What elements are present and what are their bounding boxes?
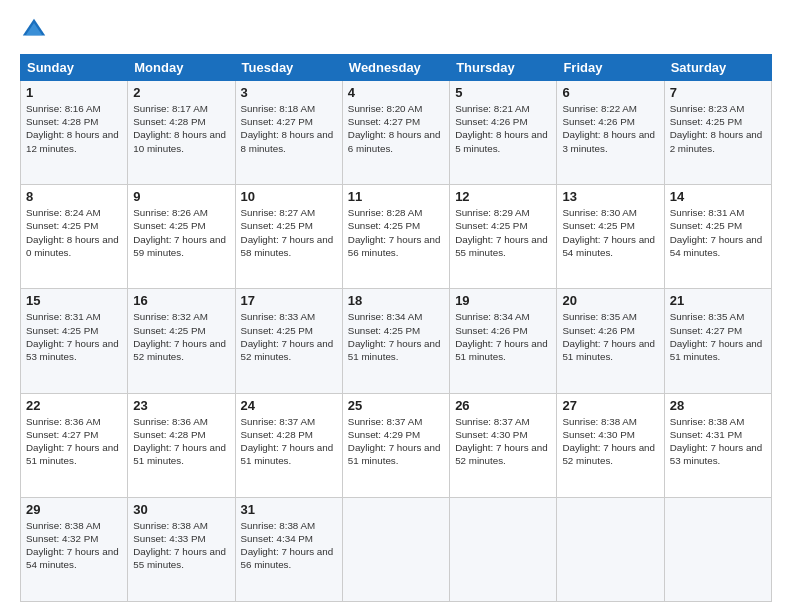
weekday-header-wednesday: Wednesday <box>342 55 449 81</box>
calendar-cell: 30Sunrise: 8:38 AMSunset: 4:33 PMDayligh… <box>128 497 235 601</box>
calendar-cell: 15Sunrise: 8:31 AMSunset: 4:25 PMDayligh… <box>21 289 128 393</box>
cell-info: Sunrise: 8:31 AMSunset: 4:25 PMDaylight:… <box>26 310 122 363</box>
cell-info: Sunrise: 8:18 AMSunset: 4:27 PMDaylight:… <box>241 102 337 155</box>
calendar-cell: 28Sunrise: 8:38 AMSunset: 4:31 PMDayligh… <box>664 393 771 497</box>
cell-info: Sunrise: 8:29 AMSunset: 4:25 PMDaylight:… <box>455 206 551 259</box>
calendar-cell: 12Sunrise: 8:29 AMSunset: 4:25 PMDayligh… <box>450 185 557 289</box>
calendar-cell: 27Sunrise: 8:38 AMSunset: 4:30 PMDayligh… <box>557 393 664 497</box>
calendar-cell: 24Sunrise: 8:37 AMSunset: 4:28 PMDayligh… <box>235 393 342 497</box>
day-number: 28 <box>670 398 766 413</box>
day-number: 13 <box>562 189 658 204</box>
cell-info: Sunrise: 8:38 AMSunset: 4:30 PMDaylight:… <box>562 415 658 468</box>
day-number: 27 <box>562 398 658 413</box>
cell-info: Sunrise: 8:38 AMSunset: 4:31 PMDaylight:… <box>670 415 766 468</box>
week-row-4: 22Sunrise: 8:36 AMSunset: 4:27 PMDayligh… <box>21 393 772 497</box>
calendar-cell: 9Sunrise: 8:26 AMSunset: 4:25 PMDaylight… <box>128 185 235 289</box>
day-number: 22 <box>26 398 122 413</box>
day-number: 10 <box>241 189 337 204</box>
cell-info: Sunrise: 8:26 AMSunset: 4:25 PMDaylight:… <box>133 206 229 259</box>
calendar-cell: 18Sunrise: 8:34 AMSunset: 4:25 PMDayligh… <box>342 289 449 393</box>
cell-info: Sunrise: 8:27 AMSunset: 4:25 PMDaylight:… <box>241 206 337 259</box>
calendar-cell <box>342 497 449 601</box>
calendar-cell: 13Sunrise: 8:30 AMSunset: 4:25 PMDayligh… <box>557 185 664 289</box>
day-number: 26 <box>455 398 551 413</box>
day-number: 5 <box>455 85 551 100</box>
day-number: 23 <box>133 398 229 413</box>
cell-info: Sunrise: 8:20 AMSunset: 4:27 PMDaylight:… <box>348 102 444 155</box>
weekday-header-monday: Monday <box>128 55 235 81</box>
day-number: 9 <box>133 189 229 204</box>
weekday-header-friday: Friday <box>557 55 664 81</box>
cell-info: Sunrise: 8:24 AMSunset: 4:25 PMDaylight:… <box>26 206 122 259</box>
cell-info: Sunrise: 8:22 AMSunset: 4:26 PMDaylight:… <box>562 102 658 155</box>
calendar-cell: 7Sunrise: 8:23 AMSunset: 4:25 PMDaylight… <box>664 81 771 185</box>
calendar-cell: 3Sunrise: 8:18 AMSunset: 4:27 PMDaylight… <box>235 81 342 185</box>
calendar-cell: 16Sunrise: 8:32 AMSunset: 4:25 PMDayligh… <box>128 289 235 393</box>
week-row-3: 15Sunrise: 8:31 AMSunset: 4:25 PMDayligh… <box>21 289 772 393</box>
cell-info: Sunrise: 8:38 AMSunset: 4:34 PMDaylight:… <box>241 519 337 572</box>
cell-info: Sunrise: 8:37 AMSunset: 4:30 PMDaylight:… <box>455 415 551 468</box>
cell-info: Sunrise: 8:35 AMSunset: 4:26 PMDaylight:… <box>562 310 658 363</box>
calendar-cell: 1Sunrise: 8:16 AMSunset: 4:28 PMDaylight… <box>21 81 128 185</box>
calendar-cell: 6Sunrise: 8:22 AMSunset: 4:26 PMDaylight… <box>557 81 664 185</box>
day-number: 14 <box>670 189 766 204</box>
calendar-cell <box>557 497 664 601</box>
weekday-header-saturday: Saturday <box>664 55 771 81</box>
calendar-cell: 20Sunrise: 8:35 AMSunset: 4:26 PMDayligh… <box>557 289 664 393</box>
day-number: 2 <box>133 85 229 100</box>
cell-info: Sunrise: 8:34 AMSunset: 4:25 PMDaylight:… <box>348 310 444 363</box>
weekday-header-row: SundayMondayTuesdayWednesdayThursdayFrid… <box>21 55 772 81</box>
cell-info: Sunrise: 8:37 AMSunset: 4:29 PMDaylight:… <box>348 415 444 468</box>
weekday-header-thursday: Thursday <box>450 55 557 81</box>
cell-info: Sunrise: 8:28 AMSunset: 4:25 PMDaylight:… <box>348 206 444 259</box>
calendar-cell: 25Sunrise: 8:37 AMSunset: 4:29 PMDayligh… <box>342 393 449 497</box>
cell-info: Sunrise: 8:35 AMSunset: 4:27 PMDaylight:… <box>670 310 766 363</box>
day-number: 4 <box>348 85 444 100</box>
logo <box>20 16 52 44</box>
day-number: 11 <box>348 189 444 204</box>
week-row-5: 29Sunrise: 8:38 AMSunset: 4:32 PMDayligh… <box>21 497 772 601</box>
day-number: 29 <box>26 502 122 517</box>
day-number: 17 <box>241 293 337 308</box>
day-number: 20 <box>562 293 658 308</box>
cell-info: Sunrise: 8:34 AMSunset: 4:26 PMDaylight:… <box>455 310 551 363</box>
day-number: 21 <box>670 293 766 308</box>
header <box>20 16 772 44</box>
day-number: 24 <box>241 398 337 413</box>
calendar-cell <box>664 497 771 601</box>
cell-info: Sunrise: 8:23 AMSunset: 4:25 PMDaylight:… <box>670 102 766 155</box>
cell-info: Sunrise: 8:36 AMSunset: 4:28 PMDaylight:… <box>133 415 229 468</box>
calendar-cell: 22Sunrise: 8:36 AMSunset: 4:27 PMDayligh… <box>21 393 128 497</box>
calendar: SundayMondayTuesdayWednesdayThursdayFrid… <box>20 54 772 602</box>
day-number: 30 <box>133 502 229 517</box>
day-number: 19 <box>455 293 551 308</box>
page: SundayMondayTuesdayWednesdayThursdayFrid… <box>0 0 792 612</box>
calendar-cell: 23Sunrise: 8:36 AMSunset: 4:28 PMDayligh… <box>128 393 235 497</box>
calendar-cell: 26Sunrise: 8:37 AMSunset: 4:30 PMDayligh… <box>450 393 557 497</box>
day-number: 6 <box>562 85 658 100</box>
day-number: 7 <box>670 85 766 100</box>
calendar-cell: 4Sunrise: 8:20 AMSunset: 4:27 PMDaylight… <box>342 81 449 185</box>
cell-info: Sunrise: 8:30 AMSunset: 4:25 PMDaylight:… <box>562 206 658 259</box>
calendar-cell: 5Sunrise: 8:21 AMSunset: 4:26 PMDaylight… <box>450 81 557 185</box>
day-number: 25 <box>348 398 444 413</box>
cell-info: Sunrise: 8:36 AMSunset: 4:27 PMDaylight:… <box>26 415 122 468</box>
cell-info: Sunrise: 8:21 AMSunset: 4:26 PMDaylight:… <box>455 102 551 155</box>
cell-info: Sunrise: 8:33 AMSunset: 4:25 PMDaylight:… <box>241 310 337 363</box>
cell-info: Sunrise: 8:38 AMSunset: 4:33 PMDaylight:… <box>133 519 229 572</box>
day-number: 12 <box>455 189 551 204</box>
cell-info: Sunrise: 8:16 AMSunset: 4:28 PMDaylight:… <box>26 102 122 155</box>
calendar-cell: 2Sunrise: 8:17 AMSunset: 4:28 PMDaylight… <box>128 81 235 185</box>
calendar-cell: 19Sunrise: 8:34 AMSunset: 4:26 PMDayligh… <box>450 289 557 393</box>
cell-info: Sunrise: 8:38 AMSunset: 4:32 PMDaylight:… <box>26 519 122 572</box>
calendar-cell: 14Sunrise: 8:31 AMSunset: 4:25 PMDayligh… <box>664 185 771 289</box>
week-row-2: 8Sunrise: 8:24 AMSunset: 4:25 PMDaylight… <box>21 185 772 289</box>
calendar-cell: 10Sunrise: 8:27 AMSunset: 4:25 PMDayligh… <box>235 185 342 289</box>
cell-info: Sunrise: 8:31 AMSunset: 4:25 PMDaylight:… <box>670 206 766 259</box>
day-number: 3 <box>241 85 337 100</box>
day-number: 8 <box>26 189 122 204</box>
logo-icon <box>20 16 48 44</box>
calendar-cell: 21Sunrise: 8:35 AMSunset: 4:27 PMDayligh… <box>664 289 771 393</box>
day-number: 1 <box>26 85 122 100</box>
weekday-header-sunday: Sunday <box>21 55 128 81</box>
